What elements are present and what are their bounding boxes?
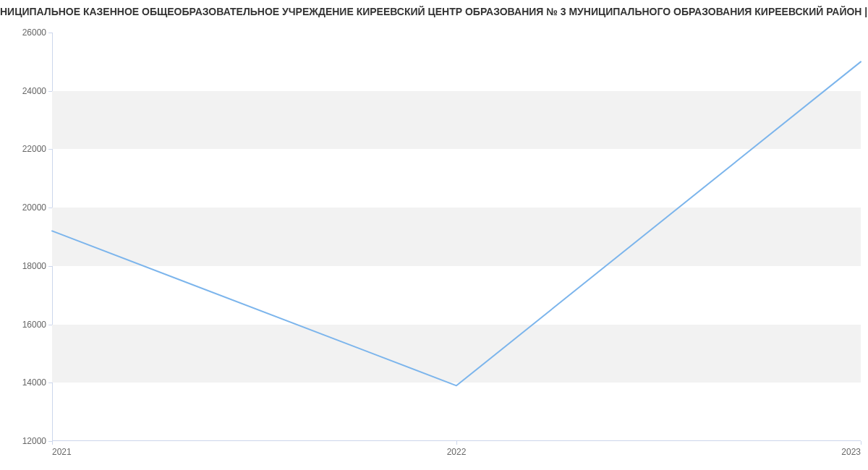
y-tick-mark [48,266,52,267]
chart-title: НИЦИПАЛЬНОЕ КАЗЕННОЕ ОБЩЕОБРАЗОВАТЕЛЬНОЕ… [0,6,868,17]
y-tick-label: 20000 [0,202,46,213]
x-tick-mark [861,441,861,445]
y-tick-label: 14000 [0,377,46,388]
y-tick-label: 16000 [0,320,46,330]
y-tick-mark [48,208,52,208]
y-tick-mark [48,149,52,150]
x-tick-label: 2022 [447,447,467,457]
y-tick-mark [48,325,52,325]
series-1-line [52,61,861,385]
y-tick-label: 24000 [0,86,46,96]
x-tick-mark [456,441,457,445]
y-tick-label: 18000 [0,261,46,271]
x-tick-mark [52,441,53,445]
y-tick-label: 22000 [0,144,46,154]
y-tick-mark [48,33,52,33]
y-tick-mark [48,91,52,92]
x-tick-label: 2023 [841,447,861,457]
chart-container: НИЦИПАЛЬНОЕ КАЗЕННОЕ ОБЩЕОБРАЗОВАТЕЛЬНОЕ… [0,0,868,470]
line-chart-svg [52,33,861,441]
plot-area [52,33,861,441]
y-tick-label: 26000 [0,27,46,38]
y-tick-mark [48,383,52,383]
y-tick-label: 12000 [0,436,46,446]
x-tick-label: 2021 [52,447,72,457]
